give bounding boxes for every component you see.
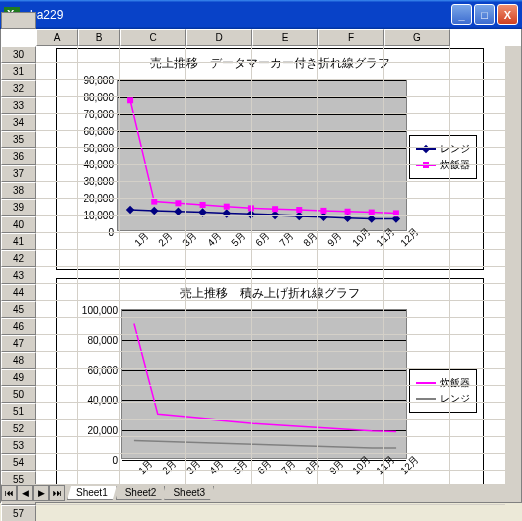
legend-item: レンジ xyxy=(416,392,470,406)
legend-item: 炊飯器 xyxy=(416,158,470,172)
row-header[interactable]: 42 xyxy=(1,250,36,267)
titlebar: vba229 _ □ X xyxy=(0,0,522,29)
row-header[interactable]: 34 xyxy=(1,114,36,131)
row-header[interactable]: 43 xyxy=(1,267,36,284)
svg-rect-20 xyxy=(320,208,326,214)
grid[interactable]: 売上推移 データマーカー付き折れ線グラフ 010,00020,00030,000… xyxy=(36,46,505,484)
svg-rect-0 xyxy=(126,206,134,214)
svg-rect-12 xyxy=(127,97,133,103)
row-header[interactable]: 31 xyxy=(1,63,36,80)
tab-nav-prev[interactable]: ◀ xyxy=(17,485,33,501)
sheet-tab[interactable]: Sheet2 xyxy=(116,486,166,500)
row-header[interactable]: 44 xyxy=(1,284,36,301)
y-tick-label: 90,000 xyxy=(83,75,114,86)
chart-title: 売上推移 データマーカー付き折れ線グラフ xyxy=(57,49,483,78)
row-header[interactable]: 52 xyxy=(1,420,36,437)
y-tick-label: 100,000 xyxy=(82,305,118,316)
row-header[interactable]: 53 xyxy=(1,437,36,454)
row-header[interactable]: 49 xyxy=(1,369,36,386)
window-title: vba229 xyxy=(24,8,451,22)
row-header[interactable]: 41 xyxy=(1,233,36,250)
legend: 炊飯器 レンジ xyxy=(409,369,477,413)
svg-rect-21 xyxy=(345,209,351,215)
row-header[interactable]: 54 xyxy=(1,454,36,471)
row-header[interactable]: 32 xyxy=(1,80,36,97)
tab-nav-next[interactable]: ▶ xyxy=(33,485,49,501)
svg-rect-18 xyxy=(272,206,278,212)
vertical-scrollbar[interactable] xyxy=(505,46,521,484)
svg-rect-13 xyxy=(151,199,157,205)
row-header[interactable]: 47 xyxy=(1,335,36,352)
sheet-tab[interactable]: Sheet1 xyxy=(67,486,117,500)
column-header[interactable]: B xyxy=(78,29,120,46)
column-header[interactable]: D xyxy=(186,29,252,46)
row-header[interactable]: 38 xyxy=(1,182,36,199)
sheet-tab[interactable]: Sheet3 xyxy=(164,486,214,500)
svg-rect-4 xyxy=(223,209,231,217)
plot-area: 010,00020,00030,00040,00050,00060,00070,… xyxy=(117,79,407,231)
row-header[interactable]: 57 xyxy=(1,505,36,521)
select-all-corner[interactable] xyxy=(1,12,36,29)
svg-rect-15 xyxy=(200,202,206,208)
row-header[interactable]: 48 xyxy=(1,352,36,369)
legend: レンジ 炊飯器 xyxy=(409,135,477,179)
y-tick-label: 0 xyxy=(112,455,118,466)
y-tick-label: 20,000 xyxy=(87,425,118,436)
column-header[interactable]: E xyxy=(252,29,318,46)
svg-rect-16 xyxy=(224,204,230,210)
row-header[interactable]: 40 xyxy=(1,216,36,233)
legend-item: レンジ xyxy=(416,142,470,156)
row-header[interactable]: 30 xyxy=(1,46,36,63)
close-button[interactable]: X xyxy=(497,4,518,25)
minimize-button[interactable]: _ xyxy=(451,4,472,25)
svg-rect-1 xyxy=(150,207,158,215)
chart-markers[interactable]: 売上推移 データマーカー付き折れ線グラフ 010,00020,00030,000… xyxy=(56,48,484,270)
column-header[interactable]: A xyxy=(36,29,78,46)
y-tick-label: 60,000 xyxy=(87,365,118,376)
row-header[interactable]: 45 xyxy=(1,301,36,318)
y-tick-label: 40,000 xyxy=(87,395,118,406)
row-header[interactable]: 46 xyxy=(1,318,36,335)
row-header[interactable]: 39 xyxy=(1,199,36,216)
maximize-button[interactable]: □ xyxy=(474,4,495,25)
column-header[interactable]: C xyxy=(120,29,186,46)
row-header[interactable]: 51 xyxy=(1,403,36,420)
tab-nav-last[interactable]: ⏭ xyxy=(49,485,65,501)
tab-nav-first[interactable]: ⏮ xyxy=(1,485,17,501)
row-header[interactable]: 50 xyxy=(1,386,36,403)
svg-rect-19 xyxy=(296,207,302,213)
row-header[interactable]: 33 xyxy=(1,97,36,114)
row-header[interactable]: 37 xyxy=(1,165,36,182)
svg-rect-14 xyxy=(175,200,181,206)
workspace: 3031323334353637383940414243444546474849… xyxy=(0,29,522,503)
row-header[interactable]: 35 xyxy=(1,131,36,148)
column-header[interactable]: F xyxy=(318,29,384,46)
chart-stacked[interactable]: 売上推移 積み上げ折れ線グラフ 020,00040,00060,00080,00… xyxy=(56,278,484,498)
y-tick-label: 80,000 xyxy=(87,335,118,346)
row-header[interactable]: 36 xyxy=(1,148,36,165)
column-header[interactable]: G xyxy=(384,29,450,46)
legend-item: 炊飯器 xyxy=(416,376,470,390)
sheet-tabs: ⏮ ◀ ▶ ⏭ Sheet1 Sheet2 Sheet3 xyxy=(1,484,521,502)
